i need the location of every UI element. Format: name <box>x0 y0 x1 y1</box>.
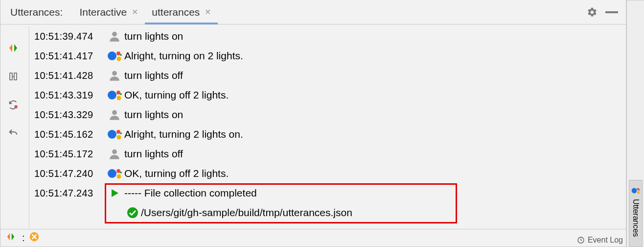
log-row: 10:51:41.417 Alright, turning on 2 light… <box>32 46 626 66</box>
tool-gutter <box>0 25 26 229</box>
completion-header: ----- File collection completed <box>124 187 257 199</box>
timestamp: 10:51:43.329 <box>32 109 105 121</box>
hide-icon[interactable] <box>605 10 618 14</box>
svg-rect-0 <box>605 11 618 13</box>
log-row: 10:51:45.162 Alright, turning 2 lights o… <box>32 124 626 144</box>
svg-point-30 <box>639 189 640 190</box>
tab-utterances-label: utterances <box>152 6 200 18</box>
event-log-link[interactable]: Event Log <box>577 236 623 245</box>
person-icon <box>105 69 124 82</box>
sidebar-tab-label: Utterances <box>631 199 640 237</box>
close-icon[interactable]: ✕ <box>132 7 138 17</box>
svg-point-24 <box>117 174 121 179</box>
log-text: OK, turning off 2 lights. <box>124 89 229 101</box>
timestamp: 10:51:43.319 <box>32 90 105 101</box>
svg-point-8 <box>120 54 122 56</box>
timestamp: 10:51:45.172 <box>32 148 105 160</box>
diff-arrows-icon[interactable] <box>7 42 19 54</box>
timestamp: 10:51:39.474 <box>32 31 105 42</box>
assistant-icon <box>105 167 124 180</box>
completion-path-row: /Users/git/gh-sample/build/tmp/utterance… <box>32 203 626 222</box>
svg-point-23 <box>120 172 122 173</box>
svg-point-22 <box>116 169 120 173</box>
assistant-icon <box>105 128 124 141</box>
log-row: 10:51:43.319 OK, turning off 2 lights. <box>32 85 626 105</box>
svg-point-28 <box>631 188 637 193</box>
panel-title: Utterances: <box>4 6 72 18</box>
svg-point-13 <box>120 93 122 95</box>
svg-point-29 <box>637 188 639 190</box>
event-log-label: Event Log <box>588 236 623 245</box>
log-text: Alright, turning 2 lights on. <box>124 128 243 140</box>
tabbar: Utterances: Interactive ✕ utterances ✕ <box>0 0 626 25</box>
gear-icon[interactable] <box>587 7 598 18</box>
person-icon <box>105 148 124 160</box>
cancel-circle-icon[interactable] <box>29 231 40 245</box>
svg-point-6 <box>108 51 116 60</box>
svg-point-20 <box>112 149 117 154</box>
person-icon <box>105 30 124 43</box>
diff-arrows-icon[interactable] <box>6 232 15 244</box>
log-row: 10:51:39.474 turn lights on <box>32 26 626 46</box>
log-text: Alright, turning on 2 lights. <box>124 50 243 62</box>
assistant-icon <box>105 89 124 101</box>
log-text: turn lights off <box>124 70 183 81</box>
footer-bar: : <box>0 229 626 247</box>
timestamp: 10:51:47.240 <box>32 168 105 179</box>
svg-point-7 <box>116 51 120 55</box>
log-text: turn lights on <box>124 30 183 42</box>
check-circle-icon <box>124 207 141 219</box>
completion-path: /Users/git/gh-sample/build/tmp/utterance… <box>141 207 352 219</box>
assistant-icon <box>631 186 640 195</box>
play-icon <box>105 188 124 198</box>
svg-point-25 <box>127 207 138 218</box>
timestamp: 10:51:45.162 <box>32 129 105 140</box>
svg-point-10 <box>112 71 117 76</box>
tab-interactive-label: Interactive <box>79 6 127 18</box>
svg-point-16 <box>108 130 116 139</box>
svg-rect-2 <box>14 73 17 80</box>
log-row: 10:51:47.240 OK, turning off 2 lights. <box>32 164 626 183</box>
svg-point-11 <box>108 91 116 99</box>
log-row: 10:51:41.428 turn lights off <box>32 66 626 85</box>
svg-point-31 <box>637 191 639 194</box>
svg-point-21 <box>108 169 116 178</box>
sidebar-tab-utterances[interactable]: Utterances <box>629 180 643 247</box>
svg-rect-4 <box>15 105 18 108</box>
undo-icon[interactable] <box>7 127 19 139</box>
log-text: OK, turning off 2 lights. <box>124 168 229 179</box>
refresh-icon[interactable] <box>7 99 19 111</box>
log-text: turn lights off <box>124 148 183 160</box>
svg-point-9 <box>117 57 121 61</box>
svg-point-18 <box>120 132 122 134</box>
colon-label: : <box>22 232 25 244</box>
timestamp: 10:51:41.417 <box>32 50 105 62</box>
svg-point-17 <box>116 130 120 134</box>
svg-point-5 <box>112 32 117 37</box>
tab-utterances[interactable]: utterances ✕ <box>145 0 218 24</box>
right-gutter: Utterances <box>626 0 644 247</box>
svg-rect-1 <box>10 73 12 80</box>
svg-point-14 <box>117 96 121 100</box>
wrap-icon[interactable] <box>7 71 19 82</box>
person-icon <box>105 108 124 121</box>
svg-point-15 <box>112 110 117 115</box>
timestamp: 10:51:47.243 <box>32 188 105 199</box>
assistant-icon <box>105 49 124 62</box>
close-icon[interactable]: ✕ <box>205 7 211 17</box>
log-row: 10:51:43.329 turn lights on <box>32 105 626 124</box>
log-text: turn lights on <box>124 109 183 121</box>
svg-point-12 <box>116 91 120 95</box>
timestamp: 10:51:41.428 <box>32 70 105 81</box>
log-row: 10:51:45.172 turn lights off <box>32 144 626 164</box>
completion-row: 10:51:47.243 ----- File collection compl… <box>32 183 626 203</box>
tab-interactive[interactable]: Interactive ✕ <box>72 0 145 24</box>
svg-point-19 <box>117 135 121 140</box>
